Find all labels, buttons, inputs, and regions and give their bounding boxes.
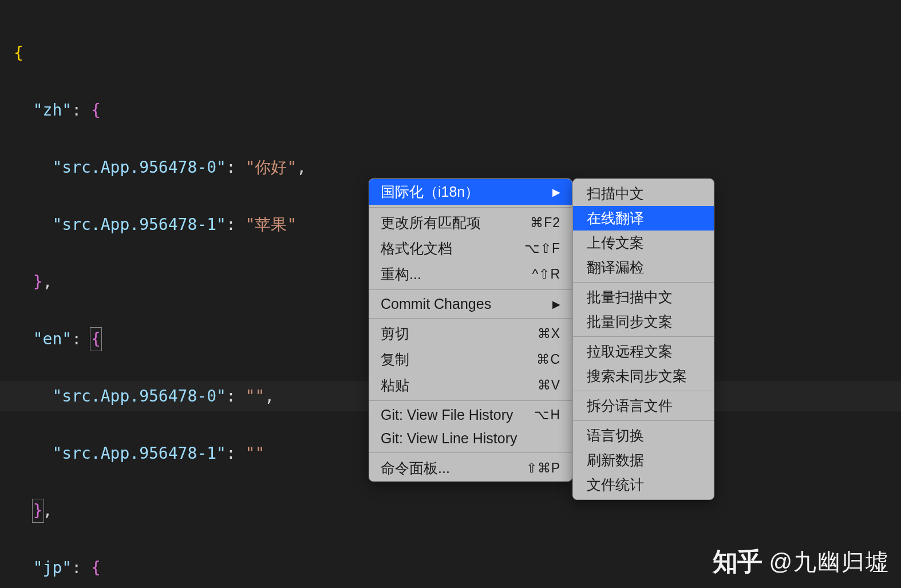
menu-item-label: Commit Changes (381, 296, 491, 312)
menu-item[interactable]: 更改所有匹配项⌘F2 (369, 210, 572, 236)
submenu-item[interactable]: 扫描中文 (573, 181, 714, 206)
brace-open: { (14, 43, 23, 62)
json-string: "" (246, 444, 265, 463)
submenu-item-label: 文件统计 (587, 475, 644, 494)
submenu-item[interactable]: 刷新数据 (573, 448, 714, 472)
menu-shortcut: ⌥⇧F (524, 241, 560, 256)
json-key: "src.App.956478-0" (52, 387, 226, 406)
watermark: 知乎 @九幽归墟 (713, 545, 890, 579)
watermark-text: @九幽归墟 (769, 546, 890, 578)
menu-item-label: 更改所有匹配项 (381, 213, 481, 232)
menu-separator (573, 420, 714, 421)
submenu-item-label: 拆分语言文件 (587, 396, 673, 415)
menu-separator (573, 336, 714, 337)
submenu-item-label: 翻译漏检 (587, 258, 644, 277)
menu-item-label: Git: View File History (381, 407, 513, 423)
json-key: "src.App.956478-1" (52, 215, 226, 234)
menu-item-label: 复制 (381, 350, 409, 369)
context-menu[interactable]: 国际化（i18n）▶更改所有匹配项⌘F2格式化文档⌥⇧F重构...^⇧RComm… (369, 178, 572, 482)
menu-item-label: Git: View Line History (381, 430, 517, 447)
json-string: "你好" (246, 158, 297, 177)
submenu-item-label: 拉取远程文案 (587, 342, 673, 361)
zhihu-logo: 知乎 (713, 545, 762, 579)
submenu-item[interactable]: 文件统计 (573, 472, 714, 497)
submenu-item[interactable]: 拉取远程文案 (573, 339, 714, 364)
menu-item-label: 重构... (381, 265, 421, 284)
menu-item-label: 粘贴 (381, 376, 409, 395)
menu-shortcut: ⌘F2 (530, 215, 560, 231)
menu-shortcut: ^⇧R (532, 267, 560, 282)
menu-item-label: 国际化（i18n） (381, 182, 479, 201)
submenu-item-label: 搜索未同步文案 (587, 367, 687, 386)
menu-separator (369, 318, 572, 319)
menu-item-label: 剪切 (381, 324, 409, 343)
json-key: "zh" (33, 101, 72, 120)
json-key: "en" (33, 329, 72, 348)
menu-shortcut: ⇧⌘P (526, 460, 560, 476)
submenu-item[interactable]: 语言切换 (573, 423, 714, 448)
submenu-item-label: 语言切换 (587, 426, 644, 445)
menu-shortcut: ⌘X (538, 326, 560, 341)
menu-item[interactable]: 命令面板...⇧⌘P (369, 455, 572, 481)
submenu-item[interactable]: 拆分语言文件 (573, 394, 714, 418)
submenu-item[interactable]: 在线翻译 (573, 206, 714, 231)
submenu-item[interactable]: 批量同步文案 (573, 309, 714, 334)
json-key: "src.App.956478-1" (52, 444, 226, 463)
menu-item[interactable]: 粘贴⌘V (369, 372, 572, 398)
menu-separator (573, 282, 714, 283)
submenu-item[interactable]: 上传文案 (573, 231, 714, 255)
menu-separator (369, 289, 572, 290)
json-string: "苹果" (246, 215, 297, 234)
menu-separator (369, 400, 572, 401)
menu-separator (369, 452, 572, 453)
json-key: "src.App.956478-0" (52, 158, 226, 177)
menu-item[interactable]: 剪切⌘X (369, 321, 572, 347)
submenu-item-label: 上传文案 (587, 233, 644, 252)
submenu-item-label: 刷新数据 (587, 451, 644, 470)
submenu-item-label: 扫描中文 (587, 184, 644, 203)
menu-shortcut: ⌘C (536, 352, 560, 367)
chevron-right-icon: ▶ (552, 186, 560, 198)
submenu-item-label: 批量扫描中文 (587, 288, 673, 307)
menu-shortcut: ⌘V (538, 378, 560, 393)
submenu-item-label: 在线翻译 (587, 209, 644, 228)
menu-item[interactable]: Git: View Line History (369, 427, 572, 450)
submenu-item[interactable]: 批量扫描中文 (573, 285, 714, 309)
submenu-item[interactable]: 翻译漏检 (573, 255, 714, 280)
menu-separator (369, 207, 572, 208)
menu-item-label: 命令面板... (381, 459, 450, 478)
menu-item[interactable]: Commit Changes▶ (369, 292, 572, 316)
menu-item[interactable]: 国际化（i18n）▶ (369, 179, 572, 205)
submenu-item-label: 批量同步文案 (587, 312, 673, 331)
menu-item-label: 格式化文档 (381, 239, 452, 258)
menu-shortcut: ⌥H (534, 407, 560, 423)
menu-separator (573, 391, 714, 391)
json-string: "" (246, 387, 265, 406)
menu-item[interactable]: 复制⌘C (369, 347, 572, 372)
submenu-item[interactable]: 搜索未同步文案 (573, 364, 714, 388)
menu-item[interactable]: 格式化文档⌥⇧F (369, 236, 572, 261)
menu-item[interactable]: Git: View File History⌥H (369, 403, 572, 427)
context-submenu[interactable]: 扫描中文在线翻译上传文案翻译漏检批量扫描中文批量同步文案拉取远程文案搜索未同步文… (572, 178, 714, 500)
json-key: "jp" (33, 558, 72, 577)
menu-item[interactable]: 重构...^⇧R (369, 261, 572, 287)
chevron-right-icon: ▶ (552, 298, 560, 311)
